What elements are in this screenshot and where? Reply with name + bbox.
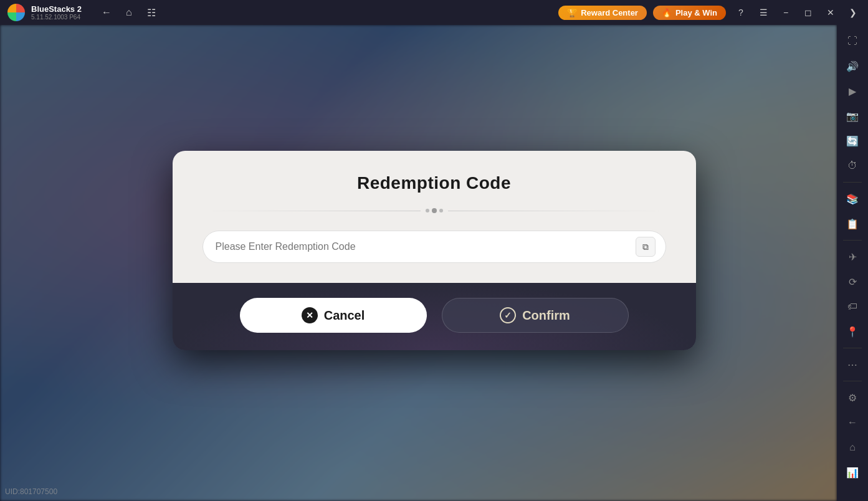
back-arrow-icon[interactable]: ←: [841, 411, 864, 434]
titlebar: BlueStacks 2 5.11.52.1003 P64 ← ⌂ ☷ 🏆 Re…: [0, 0, 868, 25]
layout-icon[interactable]: ☷: [143, 4, 160, 21]
help-button[interactable]: ?: [731, 2, 751, 22]
paste-icon: ⧉: [642, 242, 649, 252]
divider-dot-3: [439, 209, 443, 212]
titlebar-center: 🏆 Reward Center 🔥 Play & Win: [558, 6, 726, 20]
timer-icon[interactable]: ⏱: [841, 155, 864, 177]
nav-controls: ← ⌂ ☷: [88, 4, 170, 21]
confirm-button[interactable]: ✓ Confirm: [442, 298, 629, 333]
play-fire-icon: 🔥: [662, 8, 672, 17]
more-icon[interactable]: ⋯: [841, 353, 864, 376]
stats-icon[interactable]: 📊: [841, 461, 864, 484]
minimize-button[interactable]: −: [776, 2, 796, 22]
expand-button[interactable]: ❯: [843, 2, 863, 22]
rotate-icon[interactable]: 🔄: [841, 130, 864, 152]
divider-dot-2: [432, 208, 437, 213]
play-win-button[interactable]: 🔥 Play & Win: [653, 6, 726, 20]
location-icon[interactable]: 📍: [841, 320, 864, 343]
right-sidebar: ⛶ 🔊 ▶ 📷 🔄 ⏱ 📚 📋 ✈ ⟳ 🏷 📍 ⋯ ⚙ ← ⌂ 📊: [837, 25, 868, 501]
app-version: 5.11.52.1003 P64: [31, 14, 82, 21]
sidebar-divider-3: [843, 348, 862, 348]
divider-line-left: [203, 211, 421, 211]
tag-icon[interactable]: 🏷: [841, 295, 864, 318]
confirm-label: Confirm: [522, 308, 570, 323]
cancel-icon: ✕: [302, 307, 318, 323]
video-icon[interactable]: ▶: [841, 80, 864, 102]
app-name: BlueStacks 2: [31, 4, 82, 14]
sidebar-divider-2: [843, 240, 862, 241]
dialog-lower-section: ✕ Cancel ✓ Confirm: [173, 283, 696, 350]
close-button[interactable]: ✕: [821, 2, 841, 22]
volume-icon[interactable]: 🔊: [841, 55, 864, 77]
sidebar-divider-1: [843, 182, 862, 183]
dialog-divider: [203, 208, 666, 213]
library-icon[interactable]: 📚: [841, 188, 864, 210]
sidebar-divider-4: [843, 381, 862, 381]
bluestacks-logo: [7, 4, 25, 21]
divider-dot-1: [426, 209, 429, 212]
cancel-label: Cancel: [324, 308, 365, 323]
play-win-label: Play & Win: [675, 8, 717, 17]
restore-button[interactable]: ◻: [798, 2, 818, 22]
dialog-upper-section: Redemption Code ⧉: [173, 151, 696, 283]
menu-button[interactable]: ☰: [753, 2, 773, 22]
home-icon[interactable]: ⌂: [120, 4, 138, 21]
clipboard-icon[interactable]: 📋: [841, 212, 864, 235]
cancel-button[interactable]: ✕ Cancel: [240, 298, 427, 333]
redemption-code-input[interactable]: [216, 241, 636, 252]
code-input-row: ⧉: [203, 231, 666, 263]
titlebar-info: BlueStacks 2 5.11.52.1003 P64: [31, 4, 82, 21]
sync-icon[interactable]: ⟳: [841, 270, 864, 293]
redemption-dialog: Redemption Code ⧉ ✕ Cancel ✓ Confirm: [173, 151, 696, 350]
back-icon[interactable]: ←: [98, 4, 115, 21]
divider-line-right: [448, 211, 666, 211]
reward-fire-icon: 🏆: [567, 8, 577, 17]
screenshot-icon[interactable]: 📷: [841, 105, 864, 127]
fullscreen-icon[interactable]: ⛶: [841, 30, 864, 52]
dialog-title: Redemption Code: [203, 173, 666, 193]
window-controls: ? ☰ − ◻ ✕ ❯: [726, 2, 868, 22]
confirm-icon: ✓: [500, 307, 516, 323]
settings-icon[interactable]: ⚙: [841, 386, 864, 409]
reward-center-label: Reward Center: [581, 8, 638, 17]
flight-icon[interactable]: ✈: [841, 246, 864, 268]
reward-center-button[interactable]: 🏆 Reward Center: [558, 6, 647, 20]
divider-dots: [426, 208, 443, 213]
paste-button[interactable]: ⧉: [636, 237, 656, 257]
home-nav-icon[interactable]: ⌂: [841, 436, 864, 459]
titlebar-left: BlueStacks 2 5.11.52.1003 P64 ← ⌂ ☷: [0, 4, 558, 21]
